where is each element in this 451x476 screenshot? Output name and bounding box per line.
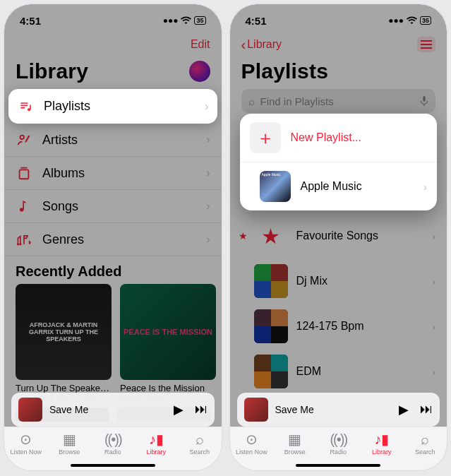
library-icon: ♪▮: [149, 432, 164, 447]
mini-player-title: Save Me: [275, 404, 314, 415]
album-card[interactable]: PEACE IS THE MISSION Peace Is the Missio…: [120, 284, 216, 403]
album-title: Peace Is the Mission: [120, 383, 216, 393]
forward-icon[interactable]: ⏭: [420, 402, 433, 417]
play-icon[interactable]: ▶: [399, 402, 409, 417]
chevron-right-icon: ›: [432, 366, 435, 378]
tab-library[interactable]: ♪▮Library: [362, 432, 402, 456]
status-time: 4:51: [20, 15, 41, 27]
apple-music-icon: [260, 171, 291, 202]
tab-listen-now[interactable]: ⊙Listen Now: [231, 432, 271, 456]
status-icons: ●●● 35: [163, 16, 206, 25]
search-icon: ⌕: [196, 432, 204, 447]
svg-point-4: [17, 243, 19, 245]
album-art: PEACE IS THE MISSION: [120, 284, 216, 380]
grid-icon: ▦: [288, 432, 301, 447]
left-screenshot: 4:51 ●●● 35 Edit Library Playlists ›: [4, 4, 222, 470]
menu-lines-icon: [421, 40, 432, 49]
svg-point-5: [19, 243, 21, 245]
tab-browse[interactable]: ▦Browse: [275, 432, 315, 456]
back-button[interactable]: ‹ Library: [241, 37, 282, 53]
album-title: Turn Up The Speakers...: [16, 383, 112, 393]
new-playlist-label: New Playlist...: [291, 131, 361, 144]
grid-icon: ▦: [63, 432, 76, 447]
tab-search[interactable]: ⌕Search: [405, 432, 445, 456]
chevron-right-icon: ›: [206, 200, 210, 213]
nav-bar: Edit: [4, 32, 222, 56]
mini-player-art: [244, 398, 268, 422]
home-indicator[interactable]: [296, 464, 380, 467]
mini-player-title: Save Me: [49, 404, 88, 415]
playlist-label: 124-175 Bpm: [296, 320, 364, 333]
mini-player[interactable]: Save Me ▶ ⏭: [11, 393, 215, 427]
status-bar: 4:51 ●●● 35: [230, 4, 447, 32]
playlist-row-favourite[interactable]: ★ ★ Favourite Songs ›: [230, 213, 447, 258]
album-card[interactable]: AFROJACK & MARTIN GARRIX TURN UP THE SPE…: [16, 284, 112, 403]
recently-added-header: Recently Added: [4, 256, 222, 284]
right-screenshot: 4:51 ●●● 35 ‹ Library Playlists ⌕ Fin: [230, 4, 447, 470]
edit-button[interactable]: Edit: [191, 38, 210, 51]
playlist-row[interactable]: EDM ›: [230, 349, 447, 394]
radio-icon: ((•)): [330, 432, 347, 447]
playlist-art: [254, 309, 288, 343]
chevron-right-icon: ›: [206, 133, 210, 146]
pin-icon: ★: [239, 230, 246, 242]
forward-icon[interactable]: ⏭: [195, 402, 208, 417]
library-icon: ♪▮: [374, 432, 389, 447]
new-playlist-button[interactable]: ＋ New Playlist...: [240, 114, 438, 162]
library-row-genres[interactable]: Genres ›: [4, 223, 222, 256]
playlist-label: Dj Mix: [296, 275, 327, 287]
new-playlist-popover: ＋ New Playlist... Apple Music ›: [240, 114, 438, 210]
chevron-right-icon: ›: [205, 100, 208, 113]
battery-icon: 35: [194, 16, 205, 25]
search-icon: ⌕: [421, 432, 429, 447]
library-row-artists[interactable]: Artists ›: [4, 124, 222, 157]
svg-rect-2: [20, 169, 29, 179]
search-placeholder: Find in Playlists: [260, 95, 415, 107]
chevron-left-icon: ‹: [241, 37, 246, 53]
tab-listen-now[interactable]: ⊙Listen Now: [6, 432, 46, 456]
tab-browse[interactable]: ▦Browse: [49, 432, 89, 456]
chevron-right-icon: ›: [432, 321, 435, 333]
play-circle-icon: ⊙: [20, 432, 32, 447]
svg-rect-6: [423, 96, 426, 102]
playlist-label: Favourite Songs: [296, 230, 379, 242]
chevron-right-icon: ›: [432, 275, 435, 287]
playlist-art: ★: [254, 219, 288, 253]
search-input[interactable]: ⌕ Find in Playlists: [241, 89, 436, 113]
library-row-label: Artists: [42, 133, 78, 148]
tab-radio[interactable]: ((•))Radio: [318, 432, 358, 456]
account-avatar[interactable]: [189, 61, 210, 82]
status-icons: ●●● 35: [388, 16, 431, 25]
play-icon[interactable]: ▶: [174, 402, 184, 417]
library-row-playlists[interactable]: Playlists ›: [8, 89, 217, 124]
library-row-albums[interactable]: Albums ›: [4, 157, 222, 190]
apple-music-playlists-button[interactable]: Apple Music ›: [240, 162, 438, 210]
home-indicator[interactable]: [71, 464, 155, 467]
list-options-button[interactable]: [417, 37, 435, 52]
svg-point-1: [20, 136, 25, 140]
play-circle-icon: ⊙: [246, 432, 258, 447]
playlist-row[interactable]: Dj Mix ›: [230, 258, 447, 304]
apple-music-label: Apple Music: [301, 180, 362, 193]
cellular-icon: ●●●: [163, 16, 179, 25]
battery-icon: 35: [420, 16, 431, 25]
chevron-right-icon: ›: [432, 230, 435, 242]
status-bar: 4:51 ●●● 35: [4, 4, 222, 32]
wifi-icon: [407, 16, 417, 25]
wifi-icon: [181, 16, 191, 25]
tab-library[interactable]: ♪▮Library: [136, 432, 176, 456]
search-icon: ⌕: [248, 95, 255, 107]
tab-search[interactable]: ⌕Search: [180, 432, 220, 456]
page-title: Library: [16, 59, 88, 83]
mini-player[interactable]: Save Me ▶ ⏭: [237, 393, 440, 427]
chevron-right-icon: ›: [206, 167, 210, 179]
recently-added-grid[interactable]: AFROJACK & MARTIN GARRIX TURN UP THE SPE…: [4, 284, 222, 403]
library-row-songs[interactable]: Songs ›: [4, 190, 222, 223]
playlist-art: [254, 355, 288, 388]
library-category-list: Playlists › Artists › Albums ›: [4, 89, 222, 256]
playlist-art: [254, 264, 288, 298]
album-icon: [16, 165, 32, 181]
dictation-icon[interactable]: [420, 95, 428, 107]
playlist-row[interactable]: 124-175 Bpm ›: [230, 304, 447, 349]
tab-radio[interactable]: ((•))Radio: [93, 432, 133, 456]
